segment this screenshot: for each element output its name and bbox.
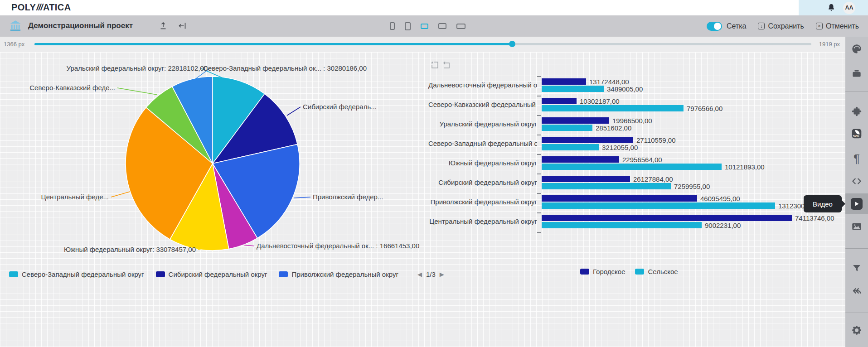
bar-category-label: Дальневосточный федеральный ок... bbox=[428, 78, 537, 92]
video-tooltip: Видео bbox=[804, 195, 842, 212]
bar-value-label: 22956564,00 bbox=[622, 156, 662, 163]
slider-max-label: 1919 px bbox=[819, 41, 840, 48]
pie-callout-label: Северо-Западный федеральный ок... : 3028… bbox=[203, 64, 367, 72]
width-slider-track[interactable] bbox=[34, 43, 811, 45]
device-phone-icon[interactable] bbox=[390, 22, 395, 30]
bar-urban[interactable] bbox=[542, 98, 577, 104]
device-laptop-icon-selected[interactable] bbox=[421, 24, 428, 29]
width-slider-fill bbox=[34, 43, 512, 45]
bar-value-label: 9002231,00 bbox=[705, 222, 741, 228]
save-button[interactable]: ↓ Сохранить bbox=[758, 22, 804, 30]
chart-frame-add-icon[interactable] bbox=[431, 61, 439, 69]
collapse-panel-icon[interactable] bbox=[178, 21, 187, 30]
legend-swatch bbox=[9, 271, 18, 277]
device-widescreen-icon[interactable] bbox=[456, 24, 466, 29]
sidebar-settings-gear-icon[interactable] bbox=[845, 320, 868, 341]
pie-legend-item[interactable]: Северо-Западный федеральный округ bbox=[9, 270, 144, 278]
pie-callout-leader bbox=[117, 88, 157, 95]
sidebar-svg-icon[interactable]: SVG bbox=[845, 123, 868, 144]
bar-rural[interactable] bbox=[542, 202, 775, 209]
pie-callout-leader bbox=[111, 192, 130, 197]
width-slider-thumb[interactable] bbox=[509, 41, 515, 47]
bar-rural[interactable] bbox=[542, 222, 702, 228]
pie-callout-leader bbox=[287, 107, 301, 116]
user-avatar[interactable]: AA bbox=[843, 2, 855, 14]
pie-legend-item[interactable]: Приволжский федеральный округ bbox=[279, 270, 398, 278]
bar-urban[interactable] bbox=[542, 176, 630, 182]
bar-urban[interactable] bbox=[542, 195, 697, 202]
sidebar-divider bbox=[845, 248, 868, 249]
bar-value-label: 7976566,00 bbox=[687, 105, 723, 111]
bar-urban[interactable] bbox=[542, 78, 586, 85]
bar-urban[interactable] bbox=[542, 117, 609, 124]
dashboard-canvas: Дальневосточный федеральный ок...1317244… bbox=[0, 52, 845, 347]
polymatica-logo: POLY///ATICA bbox=[11, 2, 71, 13]
pie-callout-leader bbox=[294, 197, 310, 198]
bar-axis-tick bbox=[537, 193, 541, 194]
slider-min-label: 1366 px bbox=[4, 41, 24, 48]
bar-rural[interactable] bbox=[542, 144, 599, 150]
bar-value-label: 27110559,00 bbox=[636, 137, 675, 143]
bar-rural[interactable] bbox=[542, 86, 604, 92]
grid-toggle[interactable] bbox=[707, 22, 722, 31]
sidebar-image-icon[interactable] bbox=[845, 216, 868, 237]
notifications-bell-icon[interactable] bbox=[827, 3, 836, 13]
device-desktop-icon[interactable] bbox=[438, 23, 446, 29]
legend-next-icon[interactable]: ▶ bbox=[440, 271, 444, 277]
sidebar-container-icon[interactable] bbox=[845, 63, 868, 84]
bar-axis bbox=[541, 76, 541, 232]
bar-value-label: 10302187,00 bbox=[580, 98, 620, 104]
pie-callout-label: Северо-Кавказский феде... bbox=[29, 84, 115, 92]
bar-axis-tick bbox=[537, 212, 541, 213]
sidebar-text-paragraph-icon[interactable]: ¶ bbox=[845, 148, 868, 169]
header-user-area: AA bbox=[799, 0, 868, 15]
project-toolbar: Демонстрационный проект Сетка ↓ Сохранит… bbox=[0, 15, 868, 37]
bar-value-label: 26127884,00 bbox=[633, 176, 673, 182]
app-header: POLY///ATICA AA bbox=[0, 0, 868, 15]
bar-urban[interactable] bbox=[542, 137, 633, 143]
bar-value-label: 3489005,00 bbox=[607, 86, 643, 92]
cancel-icon: × bbox=[816, 23, 823, 29]
bar-category-label: Уральский федеральный округ bbox=[428, 117, 537, 131]
bar-axis-tick bbox=[537, 174, 541, 174]
pie-legend: Северо-Западный федеральный округ Сибирс… bbox=[9, 270, 444, 278]
publish-icon[interactable] bbox=[159, 21, 168, 30]
sidebar-filter-icon[interactable] bbox=[845, 258, 868, 279]
device-preview-switcher bbox=[390, 15, 466, 37]
bar-urban[interactable] bbox=[542, 215, 792, 221]
bar-rural[interactable] bbox=[542, 125, 592, 131]
legend-swatch bbox=[279, 271, 288, 277]
bar-rural[interactable] bbox=[542, 164, 722, 170]
legend-prev-icon[interactable]: ◀ bbox=[417, 271, 422, 277]
sidebar-code-icon[interactable] bbox=[845, 171, 868, 192]
bar-rural[interactable] bbox=[542, 183, 671, 189]
sidebar-undo-all-icon[interactable] bbox=[845, 280, 868, 301]
legend-pager: ◀ 1/3 ▶ bbox=[417, 270, 444, 278]
bar-category-label: Южный федеральный округ bbox=[428, 156, 537, 170]
viewport-width-slider-row: 1366 px 1919 px bbox=[0, 37, 845, 52]
bar-value-label: 46095495,00 bbox=[700, 195, 740, 202]
pie-callout-label: Приволжский федер... bbox=[313, 193, 383, 201]
bar-legend-item[interactable]: Сельское bbox=[635, 268, 678, 275]
legend-swatch bbox=[635, 269, 644, 275]
pie-legend-item[interactable]: Сибирский федеральный округ bbox=[156, 270, 267, 278]
bar-value-label: 7259955,00 bbox=[674, 183, 710, 189]
cancel-button[interactable]: × Отменить bbox=[816, 22, 859, 30]
bar-value-label: 2851602,00 bbox=[596, 125, 631, 131]
bar-axis-tick bbox=[537, 154, 541, 155]
bar-legend-item[interactable]: Городское bbox=[580, 268, 625, 275]
bar-axis-tick bbox=[537, 135, 541, 135]
sidebar-palette-icon[interactable] bbox=[845, 39, 868, 59]
sidebar-plugin-icon[interactable] bbox=[845, 101, 868, 122]
bar-rural[interactable] bbox=[542, 105, 684, 111]
device-tablet-icon[interactable] bbox=[405, 22, 411, 30]
pie-callout-leader bbox=[244, 245, 254, 246]
toggle-knob bbox=[714, 23, 721, 30]
bar-axis-tick bbox=[537, 96, 541, 96]
bar-urban[interactable] bbox=[542, 156, 619, 163]
chart-frame-undo-icon[interactable] bbox=[442, 61, 451, 69]
project-bank-icon bbox=[9, 19, 22, 32]
bar-chart: Дальневосточный федеральный ок...1317244… bbox=[428, 78, 839, 269]
bar-category-label: Северо-Кавказский федеральный ... bbox=[428, 98, 537, 111]
pie-callout-label: Дальневосточный федеральный ок... : 1666… bbox=[257, 242, 419, 250]
